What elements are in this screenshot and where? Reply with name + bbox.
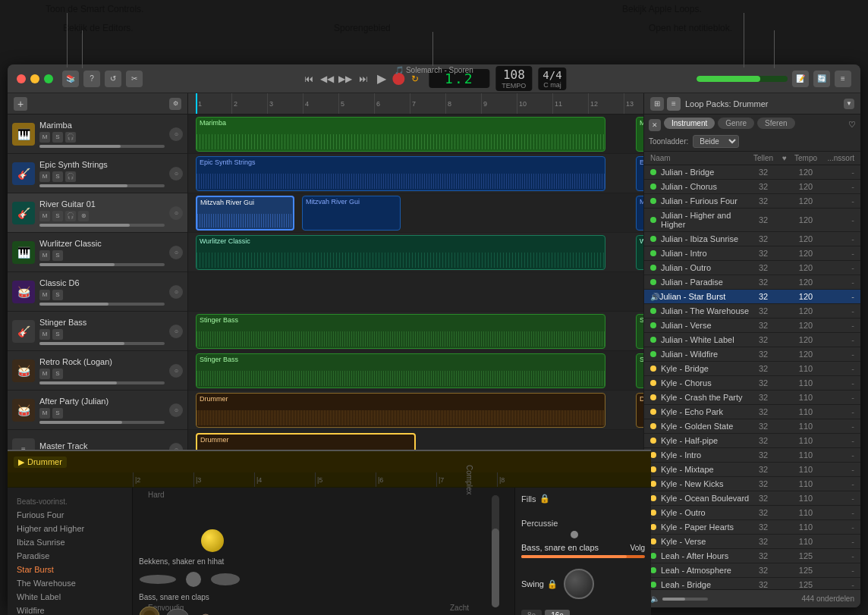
- scale-select[interactable]: Beide Majeur Mineur: [693, 135, 739, 148]
- loop-item[interactable]: Kyle - Intro 32 110 -: [644, 448, 860, 463]
- loop-item[interactable]: Kyle - Mixtape 32 110 -: [644, 463, 860, 477]
- drum-beat-item[interactable]: Higher and Higher: [12, 522, 127, 535]
- back-button[interactable]: ◀◀: [319, 71, 335, 86]
- track-item[interactable]: 🎸 River Guitar 01 M S 🎧 ⊛ ⊙: [8, 193, 187, 233]
- play-button[interactable]: ▶: [374, 71, 389, 86]
- loops-list-button[interactable]: ≡: [667, 97, 681, 111]
- region-stinger1[interactable]: Stinger Bass: [196, 314, 605, 349]
- rewind-button[interactable]: ⏮: [301, 71, 316, 86]
- track-item[interactable]: 🎸 Stinger Bass M S ⊙: [8, 312, 187, 351]
- loop-item[interactable]: Kyle - Paper Hearts 32 110 -: [644, 520, 860, 535]
- track-pan-knob[interactable]: ⊙: [169, 206, 183, 220]
- loop-item[interactable]: Julian - Outro 32 120 -: [644, 261, 860, 275]
- close-button[interactable]: [17, 74, 26, 83]
- pattern-8-button[interactable]: 8e: [521, 610, 542, 615]
- forward-button[interactable]: ▶▶: [338, 71, 353, 86]
- region-stinger2-2[interactable]: Stinger Bass: [636, 353, 643, 388]
- loop-item[interactable]: Kyle - Half-pipe 32 110 -: [644, 434, 860, 448]
- region-synth[interactable]: Epic Synth Strings: [196, 156, 605, 191]
- tempo-display[interactable]: 108 TEMPO: [495, 66, 532, 91]
- solo-button[interactable]: S: [52, 329, 63, 340]
- region-wurlitzer-2[interactable]: Wurlitzer Classic: [636, 235, 643, 270]
- loop-item[interactable]: Kyle - Golden State 32 110 -: [644, 419, 860, 434]
- loop-item[interactable]: Julian - The Warehouse 32 120 -: [644, 304, 860, 318]
- mute-button[interactable]: M: [39, 171, 50, 182]
- drum-beat-item[interactable]: Wildfire: [12, 604, 127, 615]
- solo-button[interactable]: S: [52, 211, 63, 221]
- track-item[interactable]: 🥁 After Party (Julian) M S ⊙: [8, 391, 187, 430]
- loop-item[interactable]: Kyle - New Kicks 32 110 -: [644, 477, 860, 491]
- scissors-button[interactable]: ✂: [126, 71, 143, 87]
- loop-item[interactable]: Kyle - Echo Park 32 110 -: [644, 405, 860, 419]
- mute-button[interactable]: M: [39, 329, 50, 340]
- complexity-track[interactable]: [492, 495, 499, 607]
- solo-button[interactable]: S: [52, 250, 63, 261]
- track-pan-knob[interactable]: ⊙: [169, 246, 183, 259]
- solo-button[interactable]: S: [52, 369, 63, 379]
- loop-item[interactable]: Kyle - Crash the Party 32 110 -: [644, 391, 860, 405]
- loop-item[interactable]: Julian - Paradise 32 120 -: [644, 275, 860, 290]
- track-volume[interactable]: [39, 342, 165, 345]
- loops-grid-button[interactable]: ⊞: [650, 97, 664, 111]
- track-pan-knob[interactable]: ⊙: [169, 127, 183, 141]
- track-volume[interactable]: [39, 421, 165, 424]
- filter-tab-genre[interactable]: Genre: [718, 118, 754, 129]
- loop-item[interactable]: Julian - Ibiza Sunrise 32 120 -: [644, 232, 860, 246]
- loop-item[interactable]: Kyle - Bridge 32 110 -: [644, 362, 860, 376]
- region-guitar-1[interactable]: Mitzvah River Gui: [196, 196, 294, 231]
- track-options-button[interactable]: ⚙: [169, 98, 181, 110]
- loop-item[interactable]: Julian - Intro 32 120 -: [644, 246, 860, 261]
- beat-position-knob[interactable]: [201, 529, 224, 552]
- swing-knob[interactable]: [564, 569, 594, 599]
- time-sig-display[interactable]: 4/4 C maj: [538, 67, 566, 90]
- mute-button[interactable]: M: [39, 290, 50, 300]
- region-marimba-1[interactable]: Marimba: [196, 117, 605, 152]
- track-pan-knob[interactable]: ⊙: [169, 167, 183, 180]
- drum-beat-item[interactable]: White Label: [12, 590, 127, 604]
- mute-button[interactable]: M: [39, 369, 50, 379]
- region-synth-2[interactable]: Epic Synth Strings: [636, 156, 643, 191]
- solo-button[interactable]: S: [52, 290, 63, 300]
- loops-button[interactable]: 🔄: [813, 71, 830, 87]
- drum-beat-item[interactable]: Ibiza Sunrise: [12, 535, 127, 549]
- track-item[interactable]: 🎹 Marimba M S 🎧 ⊙: [8, 115, 187, 154]
- add-track-button[interactable]: +: [14, 97, 27, 111]
- bass-slider[interactable]: [521, 555, 645, 558]
- loop-item[interactable]: Julian - Furious Four 32 120 -: [644, 194, 860, 209]
- track-pan-knob[interactable]: ⊙: [169, 403, 183, 417]
- track-pan-knob[interactable]: ⊙: [169, 285, 183, 299]
- loop-item-selected[interactable]: 🔊 Julian - Star Burst 32 120 -: [644, 290, 860, 304]
- record-arm-button[interactable]: ⊛: [78, 211, 89, 221]
- skip-button[interactable]: ⏭: [356, 71, 371, 86]
- loop-item[interactable]: Julian - Higher and Higher 32 120 -: [644, 209, 860, 232]
- track-pan-knob[interactable]: ⊙: [169, 364, 183, 378]
- drum-beat-item-active[interactable]: Star Burst: [12, 563, 127, 576]
- track-volume[interactable]: [39, 303, 165, 306]
- track-volume[interactable]: [39, 263, 165, 266]
- loop-item[interactable]: Julian - Verse 32 120 -: [644, 318, 860, 333]
- drum-beat-item[interactable]: Furious Four: [12, 508, 127, 522]
- loop-item[interactable]: Kyle - Chorus 32 110 -: [644, 376, 860, 391]
- track-item[interactable]: 🥁 Retro Rock (Logan) M S ⊙: [8, 351, 187, 391]
- library-button[interactable]: 📚: [62, 71, 79, 87]
- minimize-button[interactable]: [30, 74, 39, 83]
- mute-button[interactable]: M: [39, 408, 50, 419]
- mute-button[interactable]: M: [39, 250, 50, 261]
- region-drummer[interactable]: Drummer: [196, 393, 605, 428]
- region-wurlitzer[interactable]: Wurlitzer Classic: [196, 235, 605, 270]
- loop-item[interactable]: Kyle - Outro 32 110 -: [644, 506, 860, 520]
- drum-beat-item[interactable]: Paradise: [12, 549, 127, 563]
- region-guitar-3[interactable]: Mitzvah River Gui: [636, 196, 643, 231]
- smart-controls-button[interactable]: ≡: [835, 71, 851, 87]
- loop-item[interactable]: Kyle - Verse 32 110 -: [644, 535, 860, 549]
- track-item[interactable]: 🎹 Wurlitzer Classic M S ⊙: [8, 233, 187, 272]
- solo-button[interactable]: S: [52, 171, 63, 182]
- loops-close-button[interactable]: ✕: [649, 119, 661, 131]
- notepad-button[interactable]: 📝: [792, 71, 809, 87]
- loop-item[interactable]: Leah - Atmosphere 32 125 -: [644, 563, 860, 578]
- help-button[interactable]: ?: [83, 71, 100, 87]
- loop-item[interactable]: Julian - Bridge 32 120 -: [644, 165, 860, 180]
- mute-button[interactable]: M: [39, 211, 50, 221]
- track-pan-knob[interactable]: ⊙: [169, 325, 183, 338]
- loop-item[interactable]: Leah - After Hours 32 125 -: [644, 549, 860, 563]
